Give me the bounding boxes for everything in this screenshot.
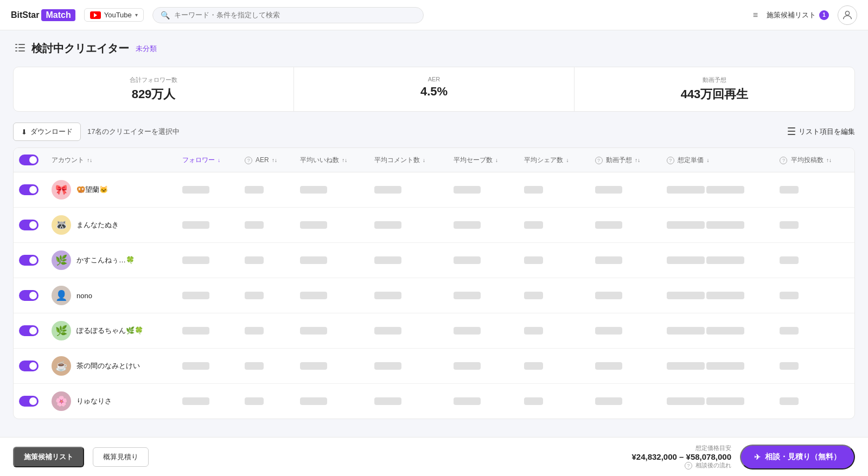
main-content: 検討中クリエイター 未分類 合計フォロワー数 829万人 AER 4.5% 動画… xyxy=(0,30,868,430)
col-avg-likes[interactable]: 平均いいね数 ↑↓ xyxy=(295,148,369,172)
svg-rect-3 xyxy=(15,47,17,48)
row-name-7[interactable]: りゅなりさ xyxy=(76,396,112,406)
row-video-forecast-2 xyxy=(590,208,661,243)
row-toggle-cell-1 xyxy=(14,172,46,208)
edit-list-button[interactable]: リスト項目を編集 xyxy=(788,127,855,137)
col-avg-comments[interactable]: 平均コメント数 ↓ xyxy=(369,148,448,172)
row-avatar-4[interactable]: 👤 xyxy=(52,286,71,305)
row-toggle-3[interactable] xyxy=(19,255,39,266)
row-name-4[interactable]: nono xyxy=(76,292,92,300)
row-followers-7 xyxy=(177,384,239,419)
col-account[interactable]: アカウント ↑↓ xyxy=(46,148,177,172)
row-account-cell-5: 🌿 ぽるぽるちゃん🌿🍀 xyxy=(46,313,177,349)
budget-button[interactable]: 概算見積り xyxy=(93,447,149,467)
row-name-5[interactable]: ぽるぽるちゃん🌿🍀 xyxy=(76,326,143,336)
select-all-toggle[interactable] xyxy=(19,155,39,165)
footer-note-info-icon: ? xyxy=(685,462,692,469)
page-header: 検討中クリエイター 未分類 xyxy=(13,41,855,56)
row-avg-saves-2 xyxy=(448,208,519,243)
col-aer-label: AER xyxy=(256,156,269,164)
row-avg-comments-1 xyxy=(369,172,448,208)
svg-rect-1 xyxy=(15,44,17,45)
table-row: 🌿 かすこんねぅ…🍀 xyxy=(14,243,854,278)
row-avg-shares-5 xyxy=(519,313,590,349)
row-toggle-1[interactable] xyxy=(19,184,39,195)
footer-price-note: ? 相談後の流れ xyxy=(631,461,731,469)
row-est-price-3 xyxy=(661,243,775,278)
table-header-row: アカウント ↑↓ フォロワー ↓ ? AER ↑↓ 平均いいね数 ↑↓ xyxy=(14,148,854,172)
row-toggle-6[interactable] xyxy=(19,361,39,371)
row-avg-comments-7 xyxy=(369,384,448,419)
row-avg-likes-5 xyxy=(295,313,369,349)
table-row: 🎀 🥨望蘭🐱 xyxy=(14,172,854,208)
toolbar: ⬇ ダウンロード 17名のクリエイターを選択中 リスト項目を編集 xyxy=(13,123,855,141)
row-est-price-7 xyxy=(661,384,775,419)
col-toggle xyxy=(14,148,46,172)
row-toggle-4[interactable] xyxy=(19,290,39,301)
col-avg-saves[interactable]: 平均セーブ数 ↓ xyxy=(448,148,519,172)
row-name-3[interactable]: かすこんねぅ…🍀 xyxy=(76,255,135,265)
stat-followers-label: 合計フォロワー数 xyxy=(27,76,280,84)
row-avatar-7[interactable]: 🌸 xyxy=(52,391,71,411)
col-avg-shares[interactable]: 平均シェア数 ↓ xyxy=(519,148,590,172)
row-followers-4 xyxy=(177,278,239,313)
svg-rect-9 xyxy=(788,134,795,135)
plan-button[interactable]: 施策候補リスト xyxy=(13,447,84,467)
row-avg-comments-2 xyxy=(369,208,448,243)
row-followers-3 xyxy=(177,243,239,278)
row-aer-5 xyxy=(239,313,295,349)
row-name-1[interactable]: 🥨望蘭🐱 xyxy=(76,185,108,195)
avg-comments-sort-icon: ↓ xyxy=(423,157,425,163)
row-toggle-7[interactable] xyxy=(19,396,39,407)
row-followers-1 xyxy=(177,172,239,208)
col-aer[interactable]: ? AER ↑↓ xyxy=(239,148,295,172)
download-icon: ⬇ xyxy=(21,128,27,136)
row-avatar-1[interactable]: 🎀 xyxy=(52,180,71,200)
creators-table: アカウント ↑↓ フォロワー ↓ ? AER ↑↓ 平均いいね数 ↑↓ xyxy=(13,147,855,419)
col-avg-posts[interactable]: ? 平均投稿数 ↑↓ xyxy=(774,148,854,172)
row-avg-saves-3 xyxy=(448,243,519,278)
table-row: 🌸 りゅなりさ xyxy=(14,384,854,419)
edit-list-label: リスト項目を編集 xyxy=(799,127,855,137)
row-avg-likes-2 xyxy=(295,208,369,243)
youtube-icon xyxy=(90,11,101,19)
stat-video-forecast-value: 443万回再生 xyxy=(588,86,841,102)
col-est-price[interactable]: ? 想定単価 ↓ xyxy=(661,148,775,172)
row-avatar-3[interactable]: 🌿 xyxy=(52,250,71,270)
est-price-info-icon: ? xyxy=(667,157,674,164)
table-row: ☕ 茶の間のなみとけい xyxy=(14,349,854,384)
svg-rect-5 xyxy=(15,50,17,52)
row-avatar-6[interactable]: ☕ xyxy=(52,356,71,376)
candidate-list-button[interactable]: 施策候補リスト 1 xyxy=(767,10,829,20)
row-toggle-cell-5 xyxy=(14,313,46,349)
unclassified-badge: 未分類 xyxy=(136,44,157,54)
col-followers[interactable]: フォロワー ↓ xyxy=(177,148,239,172)
search-input[interactable] xyxy=(174,11,416,19)
search-bar[interactable]: 🔍 xyxy=(152,7,424,23)
row-account-cell-3: 🌿 かすこんねぅ…🍀 xyxy=(46,243,177,278)
aer-info-icon: ? xyxy=(245,157,252,164)
row-name-6[interactable]: 茶の間のなみとけい xyxy=(76,361,140,371)
row-avatar-2[interactable]: 🦝 xyxy=(52,215,71,235)
avg-likes-sort-icon: ↑↓ xyxy=(342,157,347,163)
row-toggle-cell-6 xyxy=(14,349,46,384)
consult-button[interactable]: ✈ 相談・見積り（無料） xyxy=(740,445,855,469)
row-toggle-2[interactable] xyxy=(19,220,39,230)
row-toggle-5[interactable] xyxy=(19,325,39,336)
row-toggle-cell-3 xyxy=(14,243,46,278)
search-icon: 🔍 xyxy=(161,11,170,20)
user-avatar[interactable] xyxy=(838,5,857,25)
row-name-2[interactable]: まんなたぬき xyxy=(76,220,119,230)
page-title: 検討中クリエイター xyxy=(31,41,129,56)
row-video-forecast-3 xyxy=(590,243,661,278)
platform-selector[interactable]: YouTube ▾ xyxy=(84,8,144,22)
row-account-cell-7: 🌸 りゅなりさ xyxy=(46,384,177,419)
row-followers-2 xyxy=(177,208,239,243)
col-video-forecast[interactable]: ? 動画予想 ↑↓ xyxy=(590,148,661,172)
filter-icon[interactable]: ≡ xyxy=(753,10,758,20)
row-avg-posts-1 xyxy=(774,172,854,208)
row-avatar-5[interactable]: 🌿 xyxy=(52,321,71,340)
download-button[interactable]: ⬇ ダウンロード xyxy=(13,123,81,141)
row-aer-1 xyxy=(239,172,295,208)
consult-icon: ✈ xyxy=(754,453,761,461)
